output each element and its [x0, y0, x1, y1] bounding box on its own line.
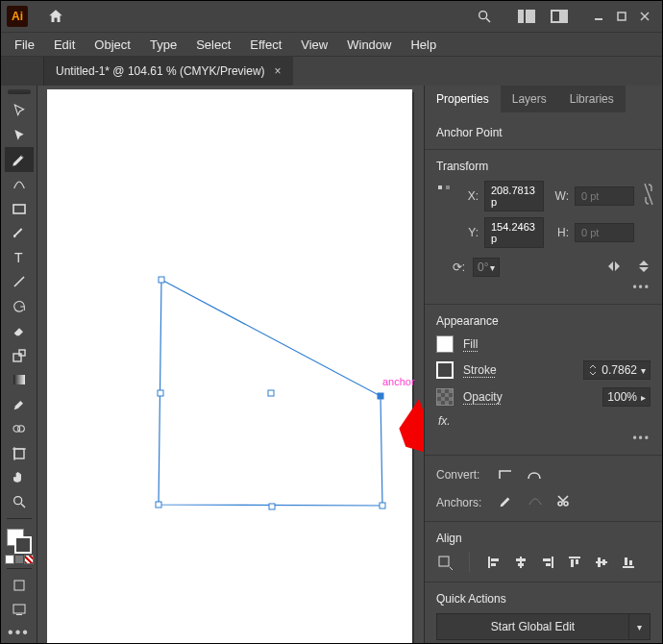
svg-rect-28 [378, 393, 383, 399]
cut-path-icon[interactable] [555, 493, 571, 511]
flip-vertical-icon[interactable] [637, 259, 651, 277]
screen-mode[interactable] [5, 598, 34, 622]
svg-rect-2 [518, 10, 524, 23]
search-icon[interactable] [472, 4, 497, 29]
shape-builder-tool[interactable] [5, 416, 34, 440]
edit-toolbar-button[interactable]: ••• [8, 622, 30, 643]
hand-tool[interactable] [5, 465, 34, 489]
menu-window[interactable]: Window [337, 34, 401, 56]
paintbrush-tool[interactable] [5, 221, 34, 245]
stroke-swatch[interactable] [436, 361, 454, 379]
remove-anchor-icon[interactable] [498, 493, 513, 511]
svg-rect-58 [629, 560, 632, 565]
svg-rect-48 [543, 558, 551, 561]
svg-point-38 [558, 502, 562, 506]
minimize-button[interactable] [587, 7, 610, 26]
svg-rect-32 [268, 390, 274, 396]
fx-button[interactable]: fx. [438, 414, 651, 428]
rotate-tool[interactable] [5, 294, 34, 318]
reference-point-icon[interactable] [436, 181, 452, 196]
workspace-switcher-icon[interactable] [547, 4, 572, 29]
stroke-weight-field[interactable]: 0.7862 ▾ [583, 360, 651, 380]
line-segment-tool[interactable] [5, 270, 34, 294]
connect-endpoints-icon[interactable] [527, 493, 542, 511]
curvature-tool[interactable] [5, 172, 34, 196]
menu-select[interactable]: Select [186, 34, 240, 56]
color-mode-row[interactable] [5, 555, 34, 564]
convert-corner-icon[interactable] [498, 465, 513, 483]
arrange-documents-icon[interactable] [514, 4, 539, 29]
properties-panel: Properties Layers Libraries Anchor Point… [424, 86, 662, 643]
menu-object[interactable]: Object [85, 34, 140, 56]
menu-help[interactable]: Help [401, 34, 446, 56]
pen-tool[interactable] [5, 147, 34, 171]
opacity-field[interactable]: 100% ▸ [602, 387, 651, 407]
type-tool[interactable]: T [5, 245, 34, 269]
direct-selection-tool[interactable] [5, 123, 34, 147]
menu-edit[interactable]: Edit [44, 34, 85, 56]
scale-tool[interactable] [5, 343, 34, 367]
fill-stroke-swatches[interactable] [5, 527, 34, 553]
eraser-tool[interactable] [5, 319, 34, 343]
fill-swatch[interactable] [436, 335, 454, 353]
align-top-icon[interactable] [566, 554, 583, 571]
artboard-tool[interactable] [5, 441, 34, 465]
constrain-proportions-icon[interactable] [642, 181, 655, 208]
menu-effect[interactable]: Effect [240, 34, 291, 56]
svg-rect-42 [491, 558, 499, 561]
align-left-icon[interactable] [485, 554, 503, 571]
align-vcenter-icon[interactable] [593, 554, 610, 571]
stroke-label[interactable]: Stroke [463, 363, 497, 377]
svg-rect-40 [439, 557, 449, 566]
align-bottom-icon[interactable] [620, 554, 637, 571]
app-badge: Ai [7, 6, 28, 27]
maximize-button[interactable] [610, 7, 633, 26]
transform-more-icon[interactable]: ••• [436, 277, 651, 294]
selection-context-label: Anchor Point [436, 126, 651, 139]
tab-libraries[interactable]: Libraries [558, 86, 626, 112]
appearance-more-icon[interactable]: ••• [436, 428, 651, 445]
path-object[interactable] [47, 89, 412, 643]
home-icon[interactable] [43, 4, 68, 29]
svg-rect-49 [546, 563, 551, 566]
gradient-tool[interactable] [5, 367, 34, 391]
angle-field[interactable]: 0°▾ [473, 258, 500, 277]
align-right-icon[interactable] [539, 554, 556, 571]
menu-view[interactable]: View [291, 34, 337, 56]
selection-tool[interactable] [5, 98, 34, 122]
svg-rect-29 [380, 503, 385, 508]
draw-mode-normal[interactable] [5, 573, 34, 597]
angle-label: ⟳: [436, 260, 465, 274]
tab-gutter [1, 57, 44, 86]
w-field[interactable]: 0 pt [575, 186, 634, 206]
document-tab[interactable]: Untitled-1* @ 104.61 % (CMYK/Preview) × [44, 57, 293, 86]
svg-rect-14 [19, 350, 25, 356]
convert-smooth-icon[interactable] [527, 465, 542, 483]
zoom-tool[interactable] [5, 490, 34, 514]
stepper-icon[interactable] [588, 363, 598, 377]
align-hcenter-icon[interactable] [512, 554, 529, 571]
eyedropper-tool[interactable] [5, 392, 34, 416]
menu-file[interactable]: File [5, 34, 44, 56]
rectangle-tool[interactable] [5, 196, 34, 220]
svg-rect-47 [552, 557, 553, 568]
start-global-edit-dropdown[interactable]: ▾ [629, 613, 651, 640]
opacity-label[interactable]: Opacity [463, 390, 503, 404]
canvas[interactable]: anchor [37, 86, 424, 643]
tab-layers[interactable]: Layers [501, 86, 558, 112]
svg-rect-52 [576, 559, 578, 564]
fill-label[interactable]: Fill [463, 337, 478, 351]
toolbox-grip[interactable] [8, 89, 31, 94]
h-field[interactable]: 0 pt [575, 223, 634, 242]
x-field[interactable]: 208.7813 p [484, 181, 544, 211]
start-global-edit-button[interactable]: Start Global Edit [436, 613, 629, 640]
window-close-button[interactable] [633, 7, 656, 26]
tab-properties[interactable]: Properties [425, 86, 501, 112]
svg-rect-18 [14, 449, 24, 458]
menu-type[interactable]: Type [140, 34, 186, 56]
flip-horizontal-icon[interactable] [606, 260, 622, 276]
opacity-swatch[interactable] [436, 388, 454, 406]
close-icon[interactable]: × [275, 64, 282, 78]
align-to-dropdown[interactable] [436, 554, 454, 571]
y-field[interactable]: 154.2463 p [484, 217, 544, 248]
